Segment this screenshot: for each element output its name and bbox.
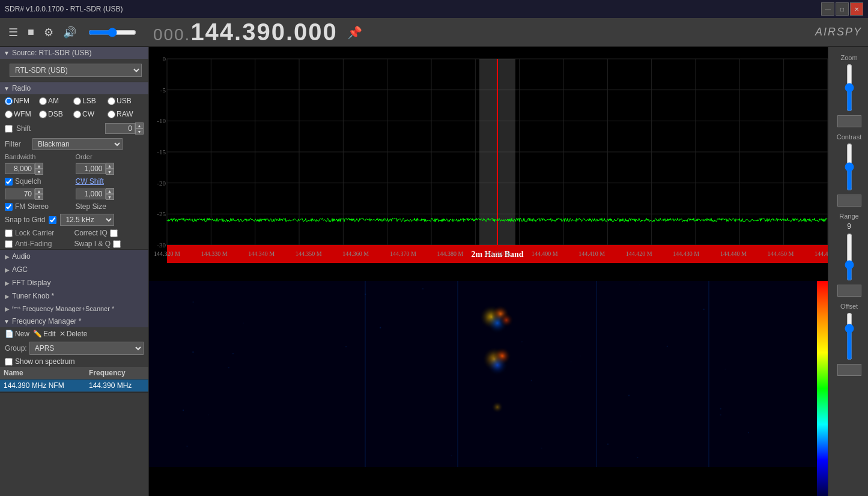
snap-label: Snap to Grid (5, 216, 45, 224)
shift-label[interactable]: Shift (16, 124, 102, 133)
radio-dsb: DSB (39, 110, 72, 118)
cw-shift-input[interactable] (76, 189, 106, 199)
spectrum-canvas[interactable] (149, 47, 828, 281)
radio-nfm-input[interactable] (5, 97, 13, 105)
zoom-label: Zoom (840, 54, 857, 61)
fm-stereo-label[interactable]: FM Stereo (15, 202, 49, 211)
radio-dsb-label[interactable]: DSB (48, 110, 63, 118)
bw-down[interactable]: ▼ (35, 169, 43, 175)
bandwidth-input[interactable] (5, 163, 35, 174)
minimize-button[interactable]: — (821, 2, 834, 16)
table-header-row: Name Frequency (0, 367, 148, 380)
source-header[interactable]: ▼ Source: RTL-SDR (USB) (0, 47, 148, 59)
shift-up[interactable]: ▲ (135, 122, 144, 129)
tuner-label: Tuner Knob * (12, 292, 54, 300)
waterfall-canvas[interactable] (149, 281, 828, 467)
freq-scanner-section[interactable]: ▶ ᶠᵐˢ Frequency Manager+Scanner * (0, 303, 148, 315)
squelch-input[interactable] (5, 189, 35, 199)
lock-carrier-checkbox[interactable] (5, 229, 13, 237)
radio-dsb-input[interactable] (39, 110, 47, 118)
radio-wfm-input[interactable] (5, 110, 13, 118)
col-name: Name (0, 367, 85, 380)
table-row[interactable]: 144.390 MHz NFM 144.390 MHz (0, 380, 148, 392)
swap-iq-checkbox[interactable] (113, 240, 121, 248)
radio-raw-label[interactable]: RAW (117, 110, 133, 118)
lock-carrier-label[interactable]: Lock Carrier (15, 229, 54, 237)
range-slider[interactable] (843, 233, 855, 281)
radio-raw-input[interactable] (108, 110, 115, 118)
bw-order-inputs: ▲ ▼ ▲ ▼ (0, 162, 148, 176)
new-button[interactable]: 📄 New (5, 330, 29, 338)
snap-checkbox[interactable] (49, 216, 56, 224)
colorbar (817, 281, 828, 496)
order-up[interactable]: ▲ (106, 163, 114, 169)
radio-wfm-label[interactable]: WFM (14, 110, 31, 118)
settings-button[interactable]: ⚙ (41, 23, 56, 41)
radio-lsb-input[interactable] (73, 97, 81, 105)
order-down[interactable]: ▼ (106, 169, 114, 175)
pin-button[interactable]: 📌 (347, 25, 362, 40)
bw-up[interactable]: ▲ (35, 163, 43, 169)
squelch-check-row: Squelch (5, 177, 73, 186)
shift-checkbox[interactable] (5, 125, 13, 133)
fft-section[interactable]: ▶ FFT Display (0, 276, 148, 289)
cw-shift-up[interactable]: ▲ (106, 188, 114, 194)
radio-cw-label[interactable]: CW (82, 110, 94, 118)
radio-usb-label[interactable]: USB (117, 97, 132, 105)
radio-nfm-label[interactable]: NFM (14, 97, 29, 105)
radio-usb-input[interactable] (108, 97, 115, 105)
cw-shift-down[interactable]: ▼ (106, 194, 114, 200)
show-spectrum-label[interactable]: Show on spectrum (15, 357, 74, 366)
close-button[interactable]: ✕ (850, 2, 863, 16)
order-input[interactable] (76, 163, 106, 174)
offset-slider[interactable] (843, 312, 855, 360)
freq-scanner-label: ᶠᵐˢ Frequency Manager+Scanner * (12, 305, 114, 313)
squelch-label[interactable]: Squelch (15, 177, 41, 186)
filter-dropdown[interactable]: Blackman (32, 138, 123, 150)
radio-am-input[interactable] (39, 97, 47, 105)
shift-row: Shift ▲ ▼ (0, 121, 148, 136)
squelch-down[interactable]: ▼ (35, 194, 43, 200)
stop-button[interactable]: ■ (25, 23, 37, 41)
menu-button[interactable]: ☰ (6, 23, 20, 41)
cw-shift-link[interactable]: CW Shift (76, 177, 144, 186)
delete-button[interactable]: ✕ Delete (59, 330, 88, 338)
show-spectrum-checkbox[interactable] (5, 358, 13, 366)
freq-manager-header[interactable]: ▼ Frequency Manager * (0, 315, 148, 327)
edit-button[interactable]: ✏️ Edit (33, 330, 56, 338)
freq-manager-section: ▼ Frequency Manager * 📄 New ✏️ Edit ✕ De… (0, 315, 148, 393)
shift-down[interactable]: ▼ (135, 129, 144, 135)
audio-section[interactable]: ▶ Audio (0, 250, 148, 263)
agc-section[interactable]: ▶ AGC (0, 263, 148, 276)
zoom-slider[interactable] (843, 64, 855, 112)
radio-lsb-label[interactable]: LSB (82, 97, 96, 105)
maximize-button[interactable]: □ (836, 2, 849, 16)
shift-input[interactable] (105, 123, 135, 134)
audio-label: Audio (12, 252, 31, 261)
fm-stereo-checkbox[interactable] (5, 203, 13, 211)
radio-am-label[interactable]: AM (48, 97, 59, 105)
radio-cw-input[interactable] (73, 110, 81, 118)
radio-header[interactable]: ▼ Radio (0, 82, 148, 94)
anti-fading-label[interactable]: Anti-Fading (15, 240, 52, 248)
tuner-section[interactable]: ▶ Tuner Knob * (0, 289, 148, 303)
radio-cw: CW (73, 110, 106, 118)
squelch-checkbox[interactable] (5, 178, 13, 186)
squelch-up[interactable]: ▲ (35, 188, 43, 194)
contrast-thumb (837, 195, 861, 207)
correct-iq-checkbox[interactable] (110, 229, 118, 237)
show-spectrum-row: Show on spectrum (0, 356, 148, 367)
volume-slider[interactable] (88, 28, 136, 37)
filter-label: Filter (5, 140, 29, 148)
freq-manager-label: Frequency Manager * (12, 317, 81, 325)
main-layout: ▼ Source: RTL-SDR (USB) RTL-SDR (USB) ▼ … (0, 47, 868, 496)
shift-spinbox: ▲ ▼ (105, 122, 144, 135)
delete-label: Delete (67, 330, 88, 338)
source-dropdown[interactable]: RTL-SDR (USB) (10, 64, 142, 77)
swap-iq-label: Swap I & Q (74, 240, 111, 248)
group-dropdown[interactable]: APRS (29, 342, 144, 355)
snap-dropdown[interactable]: 12.5 kHz 25 kHz 5 kHz (60, 214, 114, 226)
anti-fading-checkbox[interactable] (5, 240, 13, 248)
contrast-slider[interactable] (843, 143, 855, 191)
audio-button[interactable]: 🔊 (61, 23, 79, 41)
